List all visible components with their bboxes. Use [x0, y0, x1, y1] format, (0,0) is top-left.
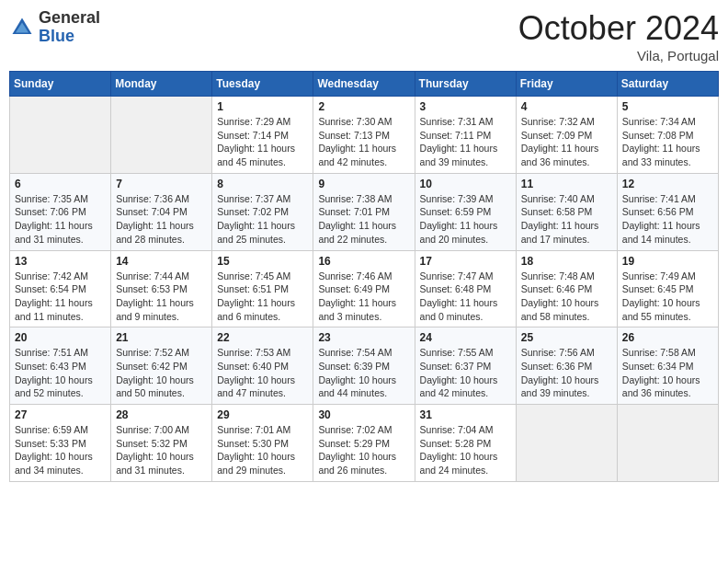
- weekday-header-monday: Monday: [111, 72, 212, 97]
- day-number: 17: [420, 255, 511, 268]
- calendar-cell: [10, 97, 111, 174]
- calendar-cell: 7Sunrise: 7:36 AMSunset: 7:04 PMDaylight…: [111, 173, 212, 250]
- day-number: 5: [622, 100, 713, 113]
- calendar-cell: 25Sunrise: 7:56 AMSunset: 6:36 PMDayligh…: [516, 327, 617, 405]
- calendar-week-row: 20Sunrise: 7:51 AMSunset: 6:43 PMDayligh…: [10, 327, 719, 405]
- month-title: October 2024: [518, 9, 719, 48]
- calendar-cell: 4Sunrise: 7:32 AMSunset: 7:09 PMDaylight…: [516, 97, 617, 174]
- day-number: 6: [15, 178, 106, 190]
- weekday-header-wednesday: Wednesday: [313, 72, 415, 97]
- calendar-week-row: 1Sunrise: 7:29 AMSunset: 7:14 PMDaylight…: [10, 97, 719, 174]
- logo-text: General Blue: [39, 9, 100, 46]
- weekday-header-friday: Friday: [516, 72, 617, 97]
- day-info: Sunrise: 7:38 AMSunset: 7:01 PMDaylight:…: [318, 192, 409, 247]
- day-number: 3: [420, 100, 511, 113]
- day-info: Sunrise: 7:58 AMSunset: 6:34 PMDaylight:…: [622, 346, 713, 400]
- day-info: Sunrise: 7:29 AMSunset: 7:14 PMDaylight:…: [217, 115, 308, 169]
- page-header: General Blue October 2024 Vila, Portugal: [9, 9, 719, 63]
- calendar-cell: 2Sunrise: 7:30 AMSunset: 7:13 PMDaylight…: [313, 97, 415, 174]
- day-info: Sunrise: 7:04 AMSunset: 5:28 PMDaylight:…: [420, 423, 511, 477]
- day-number: 24: [420, 331, 511, 344]
- calendar-week-row: 27Sunrise: 6:59 AMSunset: 5:33 PMDayligh…: [10, 405, 719, 482]
- day-number: 1: [217, 100, 308, 113]
- calendar-cell: 11Sunrise: 7:40 AMSunset: 6:58 PMDayligh…: [516, 173, 617, 250]
- day-info: Sunrise: 7:02 AMSunset: 5:29 PMDaylight:…: [318, 423, 409, 477]
- day-number: 26: [622, 331, 713, 344]
- calendar-cell: 21Sunrise: 7:52 AMSunset: 6:42 PMDayligh…: [111, 327, 212, 405]
- calendar-cell: [617, 405, 718, 482]
- day-number: 4: [521, 100, 612, 113]
- day-info: Sunrise: 7:01 AMSunset: 5:30 PMDaylight:…: [217, 423, 308, 477]
- calendar-cell: 31Sunrise: 7:04 AMSunset: 5:28 PMDayligh…: [415, 405, 516, 482]
- day-info: Sunrise: 7:48 AMSunset: 6:46 PMDaylight:…: [521, 270, 612, 324]
- calendar-cell: 20Sunrise: 7:51 AMSunset: 6:43 PMDayligh…: [10, 327, 111, 405]
- day-number: 18: [521, 255, 612, 268]
- calendar-cell: [516, 405, 617, 482]
- calendar-cell: 6Sunrise: 7:35 AMSunset: 7:06 PMDaylight…: [10, 173, 111, 250]
- calendar-cell: 5Sunrise: 7:34 AMSunset: 7:08 PMDaylight…: [617, 97, 718, 174]
- day-number: 22: [217, 331, 308, 344]
- calendar-cell: 12Sunrise: 7:41 AMSunset: 6:56 PMDayligh…: [617, 173, 718, 250]
- day-info: Sunrise: 7:44 AMSunset: 6:53 PMDaylight:…: [116, 270, 207, 324]
- day-info: Sunrise: 7:52 AMSunset: 6:42 PMDaylight:…: [116, 346, 207, 400]
- calendar-cell: [111, 97, 212, 174]
- calendar-cell: 26Sunrise: 7:58 AMSunset: 6:34 PMDayligh…: [617, 327, 718, 405]
- day-number: 11: [521, 178, 612, 190]
- day-number: 27: [15, 408, 106, 421]
- day-info: Sunrise: 7:46 AMSunset: 6:49 PMDaylight:…: [318, 270, 409, 324]
- day-info: Sunrise: 7:55 AMSunset: 6:37 PMDaylight:…: [420, 346, 511, 400]
- day-number: 25: [521, 331, 612, 344]
- day-number: 16: [318, 255, 409, 268]
- calendar-cell: 16Sunrise: 7:46 AMSunset: 6:49 PMDayligh…: [313, 250, 415, 327]
- day-number: 29: [217, 408, 308, 421]
- calendar-cell: 24Sunrise: 7:55 AMSunset: 6:37 PMDayligh…: [415, 327, 516, 405]
- day-info: Sunrise: 7:34 AMSunset: 7:08 PMDaylight:…: [622, 115, 713, 169]
- calendar-cell: 9Sunrise: 7:38 AMSunset: 7:01 PMDaylight…: [313, 173, 415, 250]
- day-number: 8: [217, 178, 308, 190]
- weekday-header-saturday: Saturday: [617, 72, 718, 97]
- day-info: Sunrise: 7:42 AMSunset: 6:54 PMDaylight:…: [15, 270, 106, 324]
- day-info: Sunrise: 7:35 AMSunset: 7:06 PMDaylight:…: [15, 192, 106, 247]
- day-info: Sunrise: 7:32 AMSunset: 7:09 PMDaylight:…: [521, 115, 612, 169]
- calendar-cell: 14Sunrise: 7:44 AMSunset: 6:53 PMDayligh…: [111, 250, 212, 327]
- day-info: Sunrise: 7:54 AMSunset: 6:39 PMDaylight:…: [318, 346, 409, 400]
- day-number: 30: [318, 408, 409, 421]
- calendar-cell: 3Sunrise: 7:31 AMSunset: 7:11 PMDaylight…: [415, 97, 516, 174]
- logo-icon: [9, 15, 35, 40]
- logo-blue: Blue: [39, 28, 100, 46]
- weekday-header-thursday: Thursday: [415, 72, 516, 97]
- day-info: Sunrise: 7:37 AMSunset: 7:02 PMDaylight:…: [217, 192, 308, 247]
- day-number: 2: [318, 100, 409, 113]
- calendar-cell: 1Sunrise: 7:29 AMSunset: 7:14 PMDaylight…: [212, 97, 313, 174]
- location: Vila, Portugal: [518, 48, 719, 63]
- day-number: 20: [15, 331, 106, 344]
- day-number: 31: [420, 408, 511, 421]
- day-info: Sunrise: 7:41 AMSunset: 6:56 PMDaylight:…: [622, 192, 713, 247]
- day-info: Sunrise: 7:45 AMSunset: 6:51 PMDaylight:…: [217, 270, 308, 324]
- day-info: Sunrise: 7:30 AMSunset: 7:13 PMDaylight:…: [318, 115, 409, 169]
- day-number: 21: [116, 331, 207, 344]
- calendar-cell: 19Sunrise: 7:49 AMSunset: 6:45 PMDayligh…: [617, 250, 718, 327]
- day-number: 13: [15, 255, 106, 268]
- calendar-cell: 13Sunrise: 7:42 AMSunset: 6:54 PMDayligh…: [10, 250, 111, 327]
- weekday-header-tuesday: Tuesday: [212, 72, 313, 97]
- calendar-cell: 18Sunrise: 7:48 AMSunset: 6:46 PMDayligh…: [516, 250, 617, 327]
- day-info: Sunrise: 7:40 AMSunset: 6:58 PMDaylight:…: [521, 192, 612, 247]
- day-number: 10: [420, 178, 511, 190]
- day-number: 28: [116, 408, 207, 421]
- weekday-header-row: SundayMondayTuesdayWednesdayThursdayFrid…: [10, 72, 719, 97]
- calendar-cell: 28Sunrise: 7:00 AMSunset: 5:32 PMDayligh…: [111, 405, 212, 482]
- day-info: Sunrise: 7:53 AMSunset: 6:40 PMDaylight:…: [217, 346, 308, 400]
- logo-general: General: [39, 9, 100, 28]
- day-info: Sunrise: 7:51 AMSunset: 6:43 PMDaylight:…: [15, 346, 106, 400]
- day-number: 14: [116, 255, 207, 268]
- calendar-cell: 23Sunrise: 7:54 AMSunset: 6:39 PMDayligh…: [313, 327, 415, 405]
- calendar-cell: 27Sunrise: 6:59 AMSunset: 5:33 PMDayligh…: [10, 405, 111, 482]
- day-number: 7: [116, 178, 207, 190]
- weekday-header-sunday: Sunday: [10, 72, 111, 97]
- calendar-cell: 30Sunrise: 7:02 AMSunset: 5:29 PMDayligh…: [313, 405, 415, 482]
- day-number: 15: [217, 255, 308, 268]
- calendar-week-row: 13Sunrise: 7:42 AMSunset: 6:54 PMDayligh…: [10, 250, 719, 327]
- calendar-cell: 15Sunrise: 7:45 AMSunset: 6:51 PMDayligh…: [212, 250, 313, 327]
- calendar-cell: 8Sunrise: 7:37 AMSunset: 7:02 PMDaylight…: [212, 173, 313, 250]
